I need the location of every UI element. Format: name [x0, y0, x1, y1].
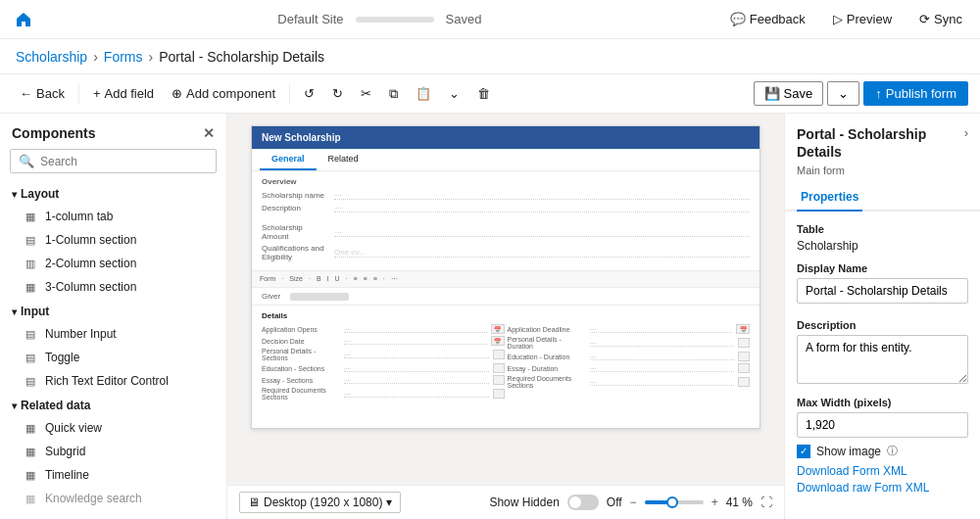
breadcrumb-current: Portal - Scholarship Details	[159, 49, 324, 65]
main-layout: Components ✕ 🔍 ▾ Layout ▦ 1-column tab ▤…	[0, 114, 980, 519]
sidebar-item-label: Toggle	[45, 351, 79, 364]
description-label: Description	[262, 204, 330, 212]
quick-view-icon: ▦	[24, 422, 37, 435]
add-field-button[interactable]: + Add field	[85, 82, 162, 105]
more-button[interactable]: ⌄	[441, 82, 467, 105]
details-section: Details Application Opens — 📅 Decision D…	[252, 306, 760, 408]
redo-button[interactable]: ↻	[324, 82, 351, 105]
zoom-slider[interactable]	[645, 500, 704, 504]
publish-button[interactable]: ↑ Publish form	[863, 81, 968, 106]
display-name-input[interactable]	[797, 278, 968, 304]
close-icon[interactable]: ✕	[203, 125, 215, 141]
sidebar-item-2col-section[interactable]: ▥ 2-Column section	[0, 252, 226, 275]
preview-tabs: General Related	[252, 149, 760, 171]
expand-panel-icon[interactable]: ›	[964, 125, 968, 140]
description-textarea[interactable]: A form for this entity.	[797, 335, 968, 384]
sidebar-item-number-input[interactable]: ▤ Number Input	[0, 322, 226, 346]
zoom-minus-icon[interactable]: −	[630, 495, 637, 509]
details-grid: Application Opens — 📅 Decision Date — 📅 …	[262, 324, 750, 402]
sidebar-item-1col-section[interactable]: ▤ 1-Column section	[0, 228, 226, 252]
top-bar-right: 💬 Feedback ▷ Preview ⟳ Sync	[724, 8, 968, 30]
right-panel: Portal - Scholarship Details › Main form…	[784, 114, 980, 519]
show-image-row: ✓ Show image ⓘ	[797, 444, 968, 458]
essay-dropdown-icon	[493, 375, 505, 385]
add-component-icon: ⊕	[172, 86, 182, 101]
sidebar-header: Components ✕	[0, 114, 226, 149]
right-panel-title: Portal - Scholarship Details	[797, 125, 964, 161]
components-title: Components	[12, 125, 96, 141]
sidebar-item-3col-section[interactable]: ▦ 3-Column section	[0, 275, 226, 299]
chevron-down-save-icon: ⌄	[838, 86, 849, 101]
feedback-button[interactable]: 💬 Feedback	[724, 8, 811, 30]
sidebar-item-label: Rich Text Editor Control	[45, 374, 169, 388]
save-button[interactable]: 💾 Save	[754, 81, 824, 106]
input-section-header[interactable]: ▾ Input	[0, 299, 226, 322]
sidebar-item-label: 2-Column section	[45, 257, 136, 270]
paste-button[interactable]: 📋	[408, 82, 439, 105]
essay-row: Essay - Sections —	[262, 375, 505, 385]
input-chevron-icon: ▾	[12, 307, 17, 317]
sidebar-search-box[interactable]: 🔍	[10, 149, 217, 173]
undo-button[interactable]: ↺	[296, 82, 322, 105]
undo-icon: ↺	[304, 86, 315, 101]
sidebar-item-rich-text[interactable]: ▤ Rich Text Editor Control	[0, 369, 226, 393]
max-width-input[interactable]	[797, 412, 968, 438]
sync-button[interactable]: ⟳ Sync	[913, 8, 968, 30]
layout-section-header[interactable]: ▾ Layout	[0, 181, 226, 205]
device-chevron-icon: ▾	[386, 495, 392, 509]
sidebar-item-toggle[interactable]: ▤ Toggle	[0, 346, 226, 369]
table-label: Table	[797, 223, 968, 235]
cut-button[interactable]: ✂	[353, 82, 379, 105]
giver-placeholder	[290, 293, 349, 301]
sidebar-item-quick-view[interactable]: ▦ Quick view	[0, 416, 226, 440]
search-input[interactable]	[40, 155, 208, 168]
sidebar-item-1col-tab[interactable]: ▦ 1-column tab	[0, 205, 226, 228]
related-section-header[interactable]: ▾ Related data	[0, 393, 226, 416]
personal-duration-row: Personal Details - Duration —	[508, 336, 751, 350]
tab-general[interactable]: General	[260, 149, 317, 170]
scholarship-name-label: Scholarship name	[262, 191, 330, 200]
description-value: —	[334, 203, 750, 212]
scholarship-name-value: —	[334, 190, 750, 200]
sidebar-item-label: 3-Column section	[45, 280, 136, 294]
docs-dropdown-icon	[493, 389, 505, 399]
device-selector[interactable]: 🖥 Desktop (1920 x 1080) ▾	[239, 492, 401, 513]
toolbar: ← Back + Add field ⊕ Add component ↺ ↻ ✂…	[0, 74, 980, 114]
sidebar-item-timeline[interactable]: ▦ Timeline	[0, 463, 226, 487]
show-hidden-toggle[interactable]	[567, 495, 599, 510]
breadcrumb-scholarship[interactable]: Scholarship	[16, 49, 87, 65]
show-image-checkbox[interactable]: ✓	[797, 445, 810, 458]
max-width-label: Max Width (pixels)	[797, 397, 968, 408]
layout-chevron-icon: ▾	[12, 189, 17, 200]
table-value: Scholarship	[797, 239, 968, 253]
sidebar-item-subgrid[interactable]: ▦ Subgrid	[0, 440, 226, 463]
fit-to-screen-icon[interactable]: ⛶	[760, 495, 772, 509]
qualifications-label: Qualifications and Eligibility	[262, 244, 330, 261]
site-name: Default Site	[277, 12, 343, 26]
right-panel-subtitle: Main form	[785, 165, 980, 184]
personal-row: Personal Details - Sections —	[262, 348, 505, 361]
back-icon: ←	[20, 86, 32, 101]
zoom-plus-icon[interactable]: +	[711, 495, 718, 509]
edu-dur-dropdown-icon	[738, 352, 750, 361]
breadcrumb-sep-1: ›	[93, 49, 98, 65]
save-icon: 💾	[764, 86, 780, 101]
show-image-info-icon[interactable]: ⓘ	[887, 444, 898, 458]
add-component-button[interactable]: ⊕ Add component	[164, 82, 283, 105]
tab-properties[interactable]: Properties	[797, 184, 862, 212]
amount-label: Scholarship Amount	[262, 223, 330, 241]
home-icon[interactable]	[12, 8, 35, 31]
sidebar-item-knowledge-search[interactable]: ▦ Knowledge search	[0, 487, 226, 510]
toolbar-separator-2	[289, 84, 290, 104]
delete-button[interactable]: 🗑	[469, 82, 498, 105]
breadcrumb-forms[interactable]: Forms	[104, 49, 143, 65]
copy-button[interactable]: ⧉	[381, 82, 406, 106]
download-form-xml-link[interactable]: Download Form XML	[797, 464, 968, 478]
tab-related[interactable]: Related	[317, 149, 370, 170]
preview-button[interactable]: ▷ Preview	[827, 8, 898, 30]
save-dropdown-button[interactable]: ⌄	[827, 81, 859, 106]
copy-icon: ⧉	[389, 86, 398, 102]
download-raw-form-xml-link[interactable]: Download raw Form XML	[797, 481, 968, 495]
sidebar-item-label: Subgrid	[45, 445, 85, 458]
back-button[interactable]: ← Back	[12, 82, 73, 105]
